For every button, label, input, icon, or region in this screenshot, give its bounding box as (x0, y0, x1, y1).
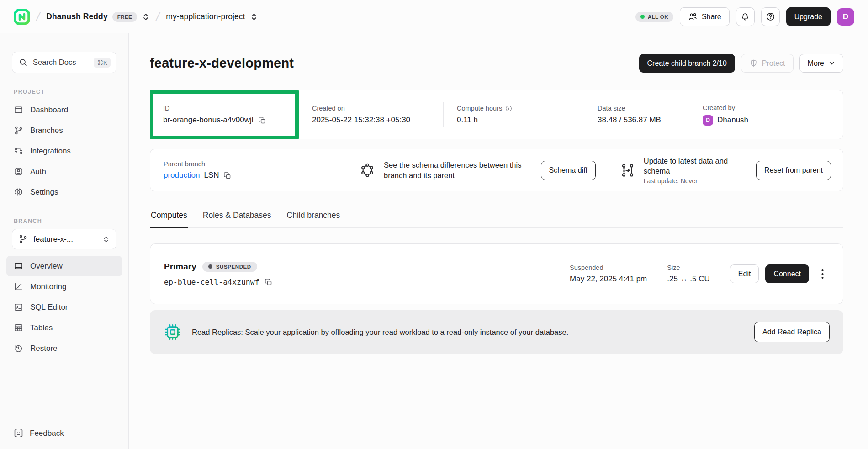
git-branch-icon (14, 126, 23, 135)
sidebar-item-label: Auth (30, 167, 46, 176)
sidebar-item-label: Restore (30, 344, 58, 353)
sidebar-item-settings[interactable]: Settings (6, 182, 122, 202)
sidebar-item-branches[interactable]: Branches (6, 120, 122, 141)
schema-diff-block: See the schema differences between this … (347, 160, 608, 180)
git-branch-icon (18, 234, 28, 244)
sidebar-item-tables[interactable]: Tables (6, 317, 122, 338)
search-shortcut-kbd: ⌘K (94, 58, 111, 68)
status-badge-label: ALL OK (648, 14, 668, 20)
user-squircle-icon (14, 167, 23, 176)
compute-hours-label: Compute hours (457, 105, 502, 112)
people-icon (688, 12, 698, 21)
search-icon (19, 58, 28, 67)
tab-child-branches[interactable]: Child branches (286, 211, 341, 227)
chevron-updown-icon (102, 235, 110, 244)
kebab-menu-icon[interactable] (815, 264, 829, 283)
copy-icon[interactable] (264, 278, 273, 286)
add-read-replica-button[interactable]: Add Read Replica (754, 322, 830, 342)
plan-badge: FREE (112, 12, 137, 22)
sidebar-item-overview[interactable]: Overview (6, 256, 122, 276)
compute-name: Primary (164, 262, 196, 272)
edit-button[interactable]: Edit (730, 264, 759, 283)
info-icon[interactable] (505, 105, 512, 112)
breadcrumb: / Dhanush Reddy FREE / my-application-pr… (14, 9, 258, 25)
read-replica-banner: Read Replicas: Scale your application by… (150, 310, 843, 354)
chevron-updown-icon[interactable] (250, 12, 258, 21)
tab-roles-databases[interactable]: Roles & Databases (202, 211, 272, 227)
tab-computes[interactable]: Computes (150, 211, 188, 227)
chevron-updown-icon[interactable] (142, 12, 150, 21)
main-content: feature-x-development Create child branc… (129, 33, 868, 354)
branch-selector[interactable]: feature-x-... (12, 229, 116, 249)
protect-button[interactable]: Protect (741, 54, 794, 73)
parent-branch-link[interactable]: production (164, 171, 200, 180)
connect-button[interactable]: Connect (765, 264, 809, 283)
creator-avatar: D (703, 115, 713, 126)
sidebar-item-label: Settings (30, 188, 58, 197)
suspended-block: Suspended May 22, 2025 4:41 pm (570, 264, 647, 284)
neon-logo-icon[interactable] (14, 9, 30, 25)
create-child-branch-button[interactable]: Create child branch 2/10 (639, 54, 735, 73)
size-block: Size .25 ↔ .5 CU (667, 264, 710, 284)
sidebar-item-label: Overview (30, 262, 63, 271)
sidebar-item-sql-editor[interactable]: SQL Editor (6, 297, 122, 317)
breadcrumb-divider: / (35, 10, 42, 24)
feedback-button[interactable]: Feedback (14, 428, 64, 438)
compute-status-badge: SUSPENDED (202, 262, 257, 272)
update-text: Update to latest data and schema (644, 156, 748, 176)
created-on-label: Created on (312, 105, 443, 112)
sidebar-item-auth[interactable]: Auth (6, 161, 122, 182)
project-breadcrumb[interactable]: my-application-project (166, 12, 258, 21)
help-button[interactable] (761, 7, 780, 26)
sidebar-item-label: SQL Editor (30, 303, 68, 312)
org-breadcrumb[interactable]: Dhanush Reddy FREE (46, 12, 150, 22)
integrations-icon (14, 146, 23, 156)
schema-diff-button[interactable]: Schema diff (541, 161, 596, 180)
search-docs-input[interactable]: Search Docs ⌘K (12, 52, 116, 73)
compute-hours-block: Compute hours 0.11 h (444, 90, 584, 139)
id-label: ID (163, 105, 295, 112)
copy-icon[interactable] (258, 116, 266, 125)
project-section-heading: PROJECT (14, 89, 128, 95)
created-by-label: Created by (703, 104, 843, 111)
sidebar-item-label: Monitoring (30, 282, 66, 291)
sidebar-item-integrations[interactable]: Integrations (6, 141, 122, 161)
parent-branch-label: Parent branch (164, 160, 347, 168)
sidebar-item-label: Dashboard (30, 106, 68, 115)
feedback-label: Feedback (30, 429, 64, 438)
search-docs-label: Search Docs (33, 58, 89, 67)
more-button[interactable]: More (799, 54, 843, 73)
branch-info-card: ID br-orange-bonus-a4v00wjl Created on 2… (150, 90, 843, 139)
bell-icon (741, 12, 750, 21)
window-icon (14, 261, 23, 271)
data-size-value: 38.48 / 536.87 MB (598, 116, 689, 125)
reset-from-parent-button[interactable]: Reset from parent (756, 161, 831, 180)
sidebar-item-monitoring[interactable]: Monitoring (6, 276, 122, 297)
share-button[interactable]: Share (680, 7, 730, 26)
copy-icon[interactable] (223, 171, 232, 180)
notifications-button[interactable] (736, 7, 755, 26)
read-replica-text: Read Replicas: Scale your application by… (192, 328, 744, 337)
parent-branch-block: Parent branch production LSN (150, 160, 347, 180)
last-update-text: Last update: Never (644, 177, 748, 185)
window-icon (14, 105, 23, 115)
status-ok-dot (640, 15, 645, 19)
breadcrumb-divider: / (155, 10, 161, 24)
share-button-label: Share (702, 13, 721, 21)
protect-button-label: Protect (762, 59, 785, 68)
sidebar-item-label: Tables (30, 323, 53, 333)
chart-line-icon (14, 282, 23, 291)
user-avatar[interactable]: D (837, 8, 854, 26)
branch-id-highlight-box: ID br-orange-bonus-a4v00wjl (150, 90, 299, 139)
suspended-value: May 22, 2025 4:41 pm (570, 275, 647, 284)
branch-tabs: Computes Roles & Databases Child branche… (150, 211, 843, 228)
lsn-label: LSN (204, 171, 219, 180)
gear-icon (14, 187, 23, 197)
reset-branch-icon (620, 163, 635, 178)
project-name: my-application-project (166, 12, 245, 21)
sidebar-item-dashboard[interactable]: Dashboard (6, 100, 122, 120)
sidebar-item-restore[interactable]: Restore (6, 338, 122, 359)
sidebar-item-label: Branches (30, 126, 63, 135)
upgrade-button[interactable]: Upgrade (786, 7, 831, 26)
compute-hours-value: 0.11 h (457, 116, 584, 125)
